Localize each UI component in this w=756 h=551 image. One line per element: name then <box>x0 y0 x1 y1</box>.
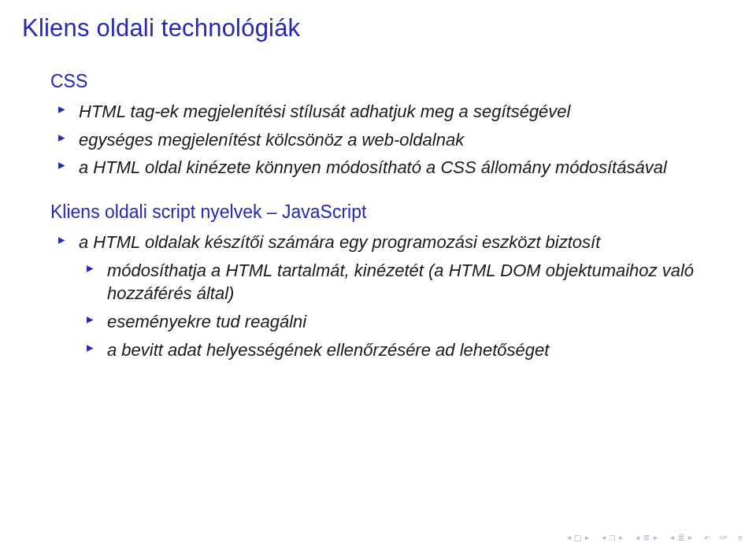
section-icon: ≣ <box>678 531 684 543</box>
frame-icon: ❐ <box>610 531 616 543</box>
list-css: HTML tag-ek megjelenítési stílusát adhat… <box>22 100 734 179</box>
nav-next-slide-button[interactable]: ▸ <box>582 532 592 542</box>
triangle-right-icon: ▸ <box>654 534 658 542</box>
nav-prev-subsection-button[interactable]: ◂ <box>632 532 643 542</box>
list-item: a bevitt adat helyességének ellenőrzésér… <box>107 338 734 362</box>
nav-next-frame-button[interactable]: ▸ <box>616 532 626 542</box>
search-icon: ✑ <box>720 532 727 543</box>
list-item: módosíthatja a HTML tartalmát, kinézetét… <box>107 259 734 305</box>
subsection-icon: ≡ <box>643 531 650 543</box>
nav-quit-button[interactable]: ⚬ <box>735 532 745 542</box>
nav-group-slide: ◂ □ ▸ <box>564 531 592 543</box>
page-title: Kliens oldali technológiák <box>22 14 734 43</box>
list-item: eseményekre tud reagálni <box>107 310 734 334</box>
nav-next-subsection-button[interactable]: ▸ <box>650 532 661 542</box>
list-item-label: a HTML oldalak készítői számára egy prog… <box>79 232 600 252</box>
triangle-left-icon: ◂ <box>670 534 674 542</box>
list-item: a HTML oldal kinézete könnyen módosíthat… <box>79 156 734 179</box>
slide-icon: □ <box>575 531 581 543</box>
sublist: módosíthatja a HTML tartalmát, kinézetét… <box>79 259 734 362</box>
list-javascript: a HTML oldalak készítői számára egy prog… <box>22 231 734 361</box>
list-item: egységes megjelenítést kölcsönöz a web-o… <box>79 128 734 152</box>
list-item: HTML tag-ek megjelenítési stílusát adhat… <box>79 100 734 124</box>
nav-group-section: ◂ ≣ ▸ <box>667 531 695 543</box>
block-heading-css: CSS <box>50 71 734 92</box>
nav-group-subsection: ◂ ≡ ▸ <box>632 531 661 543</box>
back-icon: ↶ <box>704 531 710 543</box>
slide: Kliens oldali technológiák CSS HTML tag-… <box>0 0 756 551</box>
nav-search-button[interactable]: ✑ <box>718 532 728 542</box>
nav-prev-slide-button[interactable]: ◂ <box>564 532 574 542</box>
block-heading-javascript: Kliens oldali script nyelvek – JavaScrip… <box>50 202 734 223</box>
triangle-left-icon: ◂ <box>567 534 571 542</box>
nav-next-section-button[interactable]: ▸ <box>685 532 695 542</box>
triangle-left-icon: ◂ <box>602 534 606 542</box>
list-item: a HTML oldalak készítői számára egy prog… <box>79 231 734 361</box>
quit-icon: ⚬ <box>736 532 743 543</box>
nav-prev-frame-button[interactable]: ◂ <box>598 532 609 542</box>
triangle-right-icon: ▸ <box>619 534 623 542</box>
nav-prev-section-button[interactable]: ◂ <box>667 532 677 542</box>
triangle-left-icon: ◂ <box>636 534 639 542</box>
beamer-navbar: ◂ □ ▸ ◂ ❐ ▸ ◂ ≡ ▸ ◂ ≣ ▸ ↶ ✑ ⚬ <box>564 531 745 543</box>
nav-back-button[interactable]: ↶ <box>702 532 712 542</box>
triangle-right-icon: ▸ <box>688 534 692 542</box>
triangle-right-icon: ▸ <box>585 534 589 542</box>
nav-group-frame: ◂ ❐ ▸ <box>598 531 627 543</box>
